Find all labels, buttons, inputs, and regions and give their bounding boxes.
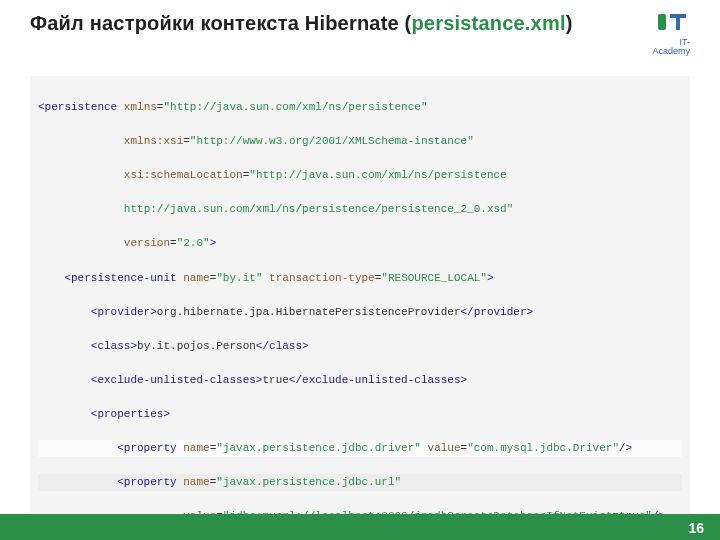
title-prefix: Файл настройки контекста Hibernate bbox=[30, 12, 405, 34]
title-close-paren: ) bbox=[566, 12, 573, 34]
code-provider: org.hibernate.jpa.HibernatePersistencePr… bbox=[157, 306, 461, 318]
code-drv-name: javax.persistence.jdbc.driver bbox=[223, 442, 414, 454]
code-class: by.it.pojos.Person bbox=[137, 340, 256, 352]
svg-rect-0 bbox=[658, 14, 666, 30]
title-accent: persistance.xml bbox=[411, 12, 565, 34]
code-xmlns: http://java.sun.com/xml/ns/persistence bbox=[170, 101, 421, 113]
code-drv-val: com.mysql.jdbc.Driver bbox=[474, 442, 613, 454]
code-unitname: by.it bbox=[223, 272, 256, 284]
code-schema1: http://java.sun.com/xml/ns/persistence bbox=[256, 169, 507, 181]
xml-code-block: <persistence xmlns="http://java.sun.com/… bbox=[30, 76, 690, 540]
page-number: 16 bbox=[688, 520, 704, 536]
logo-icon bbox=[656, 12, 690, 38]
slide: Файл настройки контекста Hibernate (pers… bbox=[0, 0, 720, 540]
code-txntype: RESOURCE_LOCAL bbox=[388, 272, 480, 284]
it-academy-logo: IT-Academy bbox=[650, 12, 690, 52]
code-excl: true bbox=[262, 374, 288, 386]
code-version: 2.0 bbox=[183, 237, 203, 249]
footer-bar: 16 bbox=[0, 514, 720, 540]
logo-text: IT-Academy bbox=[652, 37, 690, 56]
code-xmlns-xsi: http://www.w3.org/2001/XMLSchema-instanc… bbox=[196, 135, 467, 147]
slide-title: Файл настройки контекста Hibernate (pers… bbox=[30, 12, 573, 35]
code-url-name: javax.persistence.jdbc.url bbox=[223, 476, 395, 488]
code-schema2: http://java.sun.com/xml/ns/persistence/p… bbox=[124, 203, 507, 215]
title-bar: Файл настройки контекста Hibernate (pers… bbox=[0, 0, 720, 58]
